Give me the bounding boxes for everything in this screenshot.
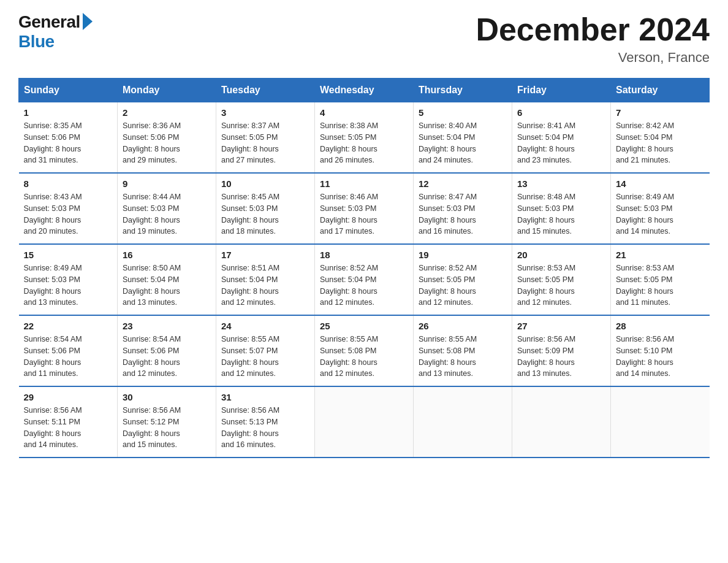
day-number: 15: [24, 250, 113, 260]
day-cell: 21 Sunrise: 8:53 AM Sunset: 5:05 PM Dayl…: [611, 244, 710, 315]
day-cell: 30 Sunrise: 8:56 AM Sunset: 5:12 PM Dayl…: [118, 386, 216, 458]
day-cell: [414, 386, 512, 458]
day-number: 2: [123, 107, 211, 118]
day-info: Sunrise: 8:35 AM Sunset: 5:06 PM Dayligh…: [24, 120, 113, 166]
col-sunday: Sunday: [19, 79, 118, 102]
day-info: Sunrise: 8:56 AM Sunset: 5:12 PM Dayligh…: [123, 405, 211, 451]
day-cell: 28 Sunrise: 8:56 AM Sunset: 5:10 PM Dayl…: [611, 315, 710, 386]
day-info: Sunrise: 8:52 AM Sunset: 5:04 PM Dayligh…: [320, 262, 408, 308]
day-number: 17: [221, 250, 309, 260]
day-number: 12: [419, 178, 507, 189]
day-info: Sunrise: 8:56 AM Sunset: 5:13 PM Dayligh…: [221, 405, 309, 451]
day-cell: 16 Sunrise: 8:50 AM Sunset: 5:04 PM Dayl…: [118, 244, 216, 315]
day-number: 8: [24, 178, 113, 189]
day-cell: 23 Sunrise: 8:54 AM Sunset: 5:06 PM Dayl…: [118, 315, 216, 386]
day-number: 14: [616, 178, 705, 189]
day-cell: 24 Sunrise: 8:55 AM Sunset: 5:07 PM Dayl…: [216, 315, 315, 386]
calendar-body: 1 Sunrise: 8:35 AM Sunset: 5:06 PM Dayli…: [19, 102, 710, 458]
day-cell: 6 Sunrise: 8:41 AM Sunset: 5:04 PM Dayli…: [512, 102, 611, 174]
week-row-4: 22 Sunrise: 8:54 AM Sunset: 5:06 PM Dayl…: [19, 315, 710, 386]
day-info: Sunrise: 8:56 AM Sunset: 5:10 PM Dayligh…: [616, 334, 705, 380]
day-number: 11: [320, 178, 408, 189]
day-number: 30: [123, 392, 211, 402]
day-number: 6: [517, 107, 605, 118]
day-cell: 10 Sunrise: 8:45 AM Sunset: 5:03 PM Dayl…: [216, 173, 315, 244]
day-cell: 12 Sunrise: 8:47 AM Sunset: 5:03 PM Dayl…: [414, 173, 512, 244]
day-number: 21: [616, 250, 705, 260]
day-cell: 19 Sunrise: 8:52 AM Sunset: 5:05 PM Dayl…: [414, 244, 512, 315]
week-row-5: 29 Sunrise: 8:56 AM Sunset: 5:11 PM Dayl…: [19, 386, 710, 458]
location: Verson, France: [476, 50, 710, 66]
day-info: Sunrise: 8:36 AM Sunset: 5:06 PM Dayligh…: [123, 120, 211, 166]
day-info: Sunrise: 8:42 AM Sunset: 5:04 PM Dayligh…: [616, 120, 705, 166]
week-row-3: 15 Sunrise: 8:49 AM Sunset: 5:03 PM Dayl…: [19, 244, 710, 315]
day-number: 25: [320, 321, 408, 331]
col-saturday: Saturday: [611, 79, 710, 102]
day-cell: 4 Sunrise: 8:38 AM Sunset: 5:05 PM Dayli…: [315, 102, 414, 174]
day-cell: 8 Sunrise: 8:43 AM Sunset: 5:03 PM Dayli…: [19, 173, 118, 244]
day-cell: 20 Sunrise: 8:53 AM Sunset: 5:05 PM Dayl…: [512, 244, 611, 315]
day-cell: 5 Sunrise: 8:40 AM Sunset: 5:04 PM Dayli…: [414, 102, 512, 174]
month-title: December 2024: [476, 12, 710, 47]
week-row-2: 8 Sunrise: 8:43 AM Sunset: 5:03 PM Dayli…: [19, 173, 710, 244]
day-cell: 7 Sunrise: 8:42 AM Sunset: 5:04 PM Dayli…: [611, 102, 710, 174]
day-info: Sunrise: 8:45 AM Sunset: 5:03 PM Dayligh…: [221, 191, 309, 237]
day-cell: 26 Sunrise: 8:55 AM Sunset: 5:08 PM Dayl…: [414, 315, 512, 386]
day-info: Sunrise: 8:50 AM Sunset: 5:04 PM Dayligh…: [123, 262, 211, 308]
col-friday: Friday: [512, 79, 611, 102]
day-number: 18: [320, 250, 408, 260]
day-info: Sunrise: 8:49 AM Sunset: 5:03 PM Dayligh…: [616, 191, 705, 237]
day-number: 10: [221, 178, 309, 189]
day-number: 5: [419, 107, 507, 118]
day-number: 28: [616, 321, 705, 331]
day-cell: [315, 386, 414, 458]
day-cell: 15 Sunrise: 8:49 AM Sunset: 5:03 PM Dayl…: [19, 244, 118, 315]
day-number: 7: [616, 107, 705, 118]
day-info: Sunrise: 8:54 AM Sunset: 5:06 PM Dayligh…: [123, 334, 211, 380]
day-number: 31: [221, 392, 309, 402]
day-cell: 18 Sunrise: 8:52 AM Sunset: 5:04 PM Dayl…: [315, 244, 414, 315]
day-number: 16: [123, 250, 211, 260]
day-info: Sunrise: 8:48 AM Sunset: 5:03 PM Dayligh…: [517, 191, 605, 237]
day-info: Sunrise: 8:51 AM Sunset: 5:04 PM Dayligh…: [221, 262, 309, 308]
calendar-header: Sunday Monday Tuesday Wednesday Thursday…: [19, 79, 710, 102]
day-info: Sunrise: 8:41 AM Sunset: 5:04 PM Dayligh…: [517, 120, 605, 166]
day-number: 24: [221, 321, 309, 331]
day-cell: [512, 386, 611, 458]
day-info: Sunrise: 8:47 AM Sunset: 5:03 PM Dayligh…: [419, 191, 507, 237]
day-cell: 14 Sunrise: 8:49 AM Sunset: 5:03 PM Dayl…: [611, 173, 710, 244]
day-cell: 13 Sunrise: 8:48 AM Sunset: 5:03 PM Dayl…: [512, 173, 611, 244]
day-cell: 1 Sunrise: 8:35 AM Sunset: 5:06 PM Dayli…: [19, 102, 118, 174]
day-number: 1: [24, 107, 113, 118]
day-cell: [611, 386, 710, 458]
day-cell: 3 Sunrise: 8:37 AM Sunset: 5:05 PM Dayli…: [216, 102, 315, 174]
day-info: Sunrise: 8:55 AM Sunset: 5:08 PM Dayligh…: [419, 334, 507, 380]
day-info: Sunrise: 8:53 AM Sunset: 5:05 PM Dayligh…: [616, 262, 705, 308]
day-cell: 31 Sunrise: 8:56 AM Sunset: 5:13 PM Dayl…: [216, 386, 315, 458]
day-number: 4: [320, 107, 408, 118]
day-number: 27: [517, 321, 605, 331]
day-number: 3: [221, 107, 309, 118]
day-info: Sunrise: 8:44 AM Sunset: 5:03 PM Dayligh…: [123, 191, 211, 237]
day-info: Sunrise: 8:49 AM Sunset: 5:03 PM Dayligh…: [24, 262, 113, 308]
day-number: 20: [517, 250, 605, 260]
logo-blue-text: Blue: [18, 32, 55, 52]
day-cell: 2 Sunrise: 8:36 AM Sunset: 5:06 PM Dayli…: [118, 102, 216, 174]
day-number: 13: [517, 178, 605, 189]
day-info: Sunrise: 8:37 AM Sunset: 5:05 PM Dayligh…: [221, 120, 309, 166]
logo-triangle-icon: [83, 13, 93, 30]
header-row: Sunday Monday Tuesday Wednesday Thursday…: [19, 79, 710, 102]
col-wednesday: Wednesday: [315, 79, 414, 102]
day-info: Sunrise: 8:55 AM Sunset: 5:08 PM Dayligh…: [320, 334, 408, 380]
day-info: Sunrise: 8:38 AM Sunset: 5:05 PM Dayligh…: [320, 120, 408, 166]
day-number: 29: [24, 392, 113, 402]
logo: General Blue: [18, 12, 93, 52]
day-cell: 17 Sunrise: 8:51 AM Sunset: 5:04 PM Dayl…: [216, 244, 315, 315]
day-info: Sunrise: 8:56 AM Sunset: 5:09 PM Dayligh…: [517, 334, 605, 380]
col-thursday: Thursday: [414, 79, 512, 102]
day-cell: 29 Sunrise: 8:56 AM Sunset: 5:11 PM Dayl…: [19, 386, 118, 458]
day-info: Sunrise: 8:56 AM Sunset: 5:11 PM Dayligh…: [24, 405, 113, 451]
day-number: 26: [419, 321, 507, 331]
calendar-table: Sunday Monday Tuesday Wednesday Thursday…: [18, 78, 710, 458]
week-row-1: 1 Sunrise: 8:35 AM Sunset: 5:06 PM Dayli…: [19, 102, 710, 174]
